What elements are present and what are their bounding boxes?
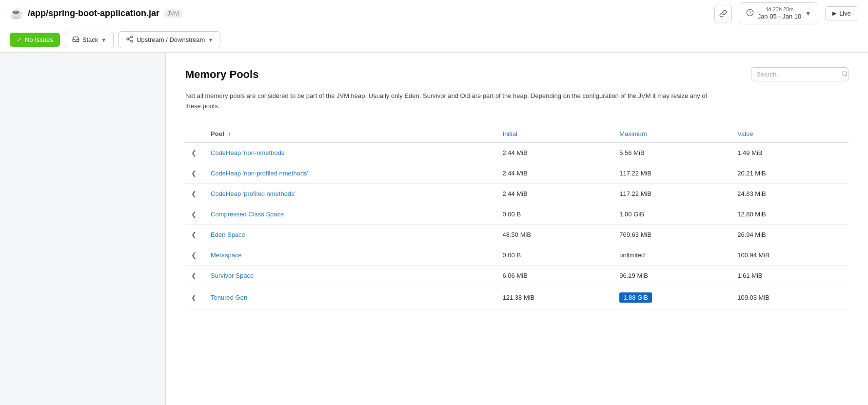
live-label: Live [839, 10, 851, 17]
expand-cell[interactable]: ❮ [185, 204, 205, 224]
value-cell: 1.61 MiB [731, 265, 848, 286]
initial-cell: 0.00 B [497, 245, 614, 265]
search-icon[interactable] [841, 70, 848, 78]
expand-cell[interactable]: ❮ [185, 286, 205, 309]
no-issues-button[interactable]: ✓ No Issues [10, 33, 60, 47]
maximum-cell: 5.56 MiB [613, 142, 731, 163]
expand-icon[interactable]: ❮ [191, 294, 197, 301]
live-button[interactable]: ▶ Live [825, 6, 858, 20]
jvm-badge: JVM [164, 9, 182, 18]
value-cell: 1.49 MiB [731, 142, 848, 163]
initial-cell: 121.38 MiB [497, 286, 614, 309]
date-text: 4d 23h 28m Jan 05 - Jan 10 [758, 6, 802, 21]
link-button[interactable] [714, 5, 732, 22]
table-row: ❮CodeHeap 'non-nmethods'2.44 MiB5.56 MiB… [185, 142, 848, 163]
link-icon [719, 10, 727, 18]
play-icon: ▶ [832, 10, 836, 17]
expand-icon[interactable]: ❮ [191, 272, 197, 279]
initial-cell: 48.50 MiB [497, 224, 614, 245]
col-value-header: Value [731, 125, 848, 143]
expand-cell[interactable]: ❮ [185, 265, 205, 286]
highlight-value: 1.88 GiB [619, 292, 652, 303]
pool-name-cell: Tenured Gen [205, 286, 497, 309]
app-title-area: ☕ /app/spring-boot-application.jar JVM [10, 7, 182, 20]
top-bar: ☕ /app/spring-boot-application.jar JVM 4… [0, 0, 868, 27]
date-duration: 4d 23h 28m [758, 6, 802, 13]
table-row: ❮Tenured Gen121.38 MiB1.88 GiB109.03 MiB [185, 286, 848, 309]
upstream-chevron-icon: ▼ [208, 37, 213, 43]
search-input[interactable] [756, 71, 838, 78]
page-title: Memory Pools [185, 68, 258, 81]
expand-icon[interactable]: ❮ [191, 190, 197, 197]
expand-icon[interactable]: ❮ [191, 231, 197, 238]
table-row: ❮Metaspace0.00 Bunlimited100.94 MiB [185, 245, 848, 265]
clock-icon [746, 9, 754, 18]
pool-name-cell: Metaspace [205, 245, 497, 265]
table-header: Pool ↑ Initial Maximum Value [185, 125, 848, 143]
initial-cell: 0.00 B [497, 204, 614, 224]
pool-name-cell: CodeHeap 'non-nmethods' [205, 142, 497, 163]
expand-cell[interactable]: ❮ [185, 142, 205, 163]
expand-cell[interactable]: ❮ [185, 224, 205, 245]
java-icon: ☕ [10, 7, 23, 20]
initial-cell: 2.44 MiB [497, 142, 614, 163]
expand-icon[interactable]: ❮ [191, 251, 197, 259]
pool-name-cell: Eden Space [205, 224, 497, 245]
expand-icon[interactable]: ❮ [191, 170, 197, 177]
table-row: ❮Compressed Class Space0.00 B1.00 GiB12.… [185, 204, 848, 224]
pool-name: Survivor Space [211, 272, 254, 279]
stack-icon [72, 36, 79, 44]
table-row: ❮CodeHeap 'profiled nmethods'2.44 MiB117… [185, 183, 848, 204]
value-cell: 24.83 MiB [731, 183, 848, 204]
initial-cell: 2.44 MiB [497, 163, 614, 183]
pool-name-cell: CodeHeap 'profiled nmethods' [205, 183, 497, 204]
col-expand-header [185, 125, 205, 143]
expand-icon[interactable]: ❮ [191, 211, 197, 218]
svg-line-4 [129, 39, 131, 41]
pool-name: Compressed Class Space [211, 211, 284, 218]
expand-icon[interactable]: ❮ [191, 149, 197, 156]
pool-name-cell: Compressed Class Space [205, 204, 497, 224]
stack-chevron-icon: ▼ [101, 37, 106, 43]
info-text: Not all memory pools are considered to b… [185, 91, 722, 112]
pool-name: CodeHeap 'non-nmethods' [211, 149, 286, 156]
svg-point-1 [131, 36, 133, 38]
svg-point-2 [127, 38, 129, 40]
table-row: ❮Eden Space48.50 MiB769.63 MiB26.94 MiB [185, 224, 848, 245]
pool-name-cell: Survivor Space [205, 265, 497, 286]
search-box[interactable] [751, 67, 848, 81]
check-icon: ✓ [17, 36, 22, 43]
sidebar [0, 53, 166, 405]
pool-name: Eden Space [211, 231, 245, 238]
svg-point-3 [131, 40, 133, 42]
table-row: ❮CodeHeap 'non-profiled nmethods'2.44 Mi… [185, 163, 848, 183]
value-cell: 100.94 MiB [731, 245, 848, 265]
table-row: ❮Survivor Space6.06 MiB96.19 MiB1.61 MiB [185, 265, 848, 286]
table-body: ❮CodeHeap 'non-nmethods'2.44 MiB5.56 MiB… [185, 142, 848, 309]
pools-table: Pool ↑ Initial Maximum Value ❮CodeHeap '… [185, 125, 848, 309]
pool-name: CodeHeap 'non-profiled nmethods' [211, 170, 308, 177]
graph-icon [126, 35, 134, 44]
initial-cell: 2.44 MiB [497, 183, 614, 204]
expand-cell[interactable]: ❮ [185, 245, 205, 265]
expand-cell[interactable]: ❮ [185, 163, 205, 183]
upstream-label: Upstream / Downstream [137, 36, 205, 43]
value-cell: 109.03 MiB [731, 286, 848, 309]
stack-button[interactable]: Stack ▼ [65, 32, 114, 48]
date-range-button[interactable]: 4d 23h 28m Jan 05 - Jan 10 ▼ [740, 2, 818, 24]
upstream-downstream-button[interactable]: Upstream / Downstream ▼ [118, 31, 220, 48]
app-title: /app/spring-boot-application.jar [28, 8, 159, 19]
maximum-cell: 769.63 MiB [613, 224, 731, 245]
maximum-cell: 1.00 GiB [613, 204, 731, 224]
date-chevron-icon: ▼ [805, 10, 811, 17]
pool-name: Metaspace [211, 251, 242, 259]
svg-point-6 [842, 71, 847, 76]
initial-cell: 6.06 MiB [497, 265, 614, 286]
date-range: Jan 05 - Jan 10 [758, 13, 802, 21]
page-header: Memory Pools [185, 67, 848, 81]
value-cell: 26.94 MiB [731, 224, 848, 245]
maximum-cell: 117.22 MiB [613, 163, 731, 183]
pool-name-cell: CodeHeap 'non-profiled nmethods' [205, 163, 497, 183]
col-pool-header[interactable]: Pool ↑ [205, 125, 497, 143]
expand-cell[interactable]: ❮ [185, 183, 205, 204]
